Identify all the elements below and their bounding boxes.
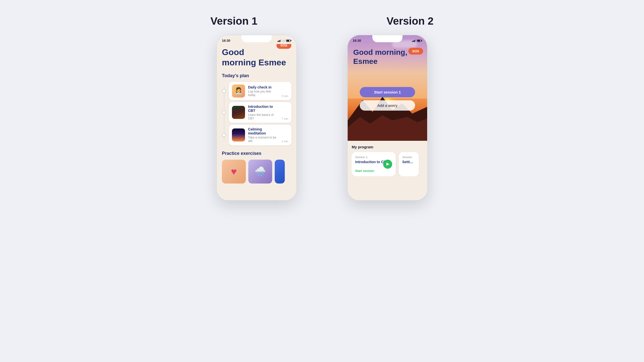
battery-icon-v2 [417,39,422,42]
session-label-1: Session 1: [355,156,392,159]
battery-icon-v1 [286,39,291,42]
plan-desc-meditation: Take a moment to be still [248,136,278,143]
plan-info-meditation: Calming meditation Take a moment to be s… [248,127,278,143]
time-v2: 16:30 [353,39,361,42]
phone-version2: 16:30 SOS [347,35,428,201]
plan-desc-cbt: Learn the basics of CBT [248,113,278,120]
greeting-v1: Good morning Esmee [222,47,291,68]
session-label-2: Session [402,156,415,159]
plan-name-daily: Daily check in [248,85,278,89]
exercise-blue[interactable] [275,160,285,184]
session-cards: Session 1: Introduction to CBT Start ses… [352,152,423,176]
play-button-1[interactable] [383,160,392,169]
program-section: My program Session 1: Introduction to CB… [348,141,427,180]
plan-item-daily[interactable]: 👩‍💼 Daily check in Log how you feel toda… [229,82,291,100]
version2-title: Version 2 [387,15,434,27]
wifi-icon-v1: □ [283,39,285,42]
plan-dot-3 [222,133,226,137]
phone-version1: 16:30 □ [216,35,297,201]
session-name-2: Setti… [402,160,415,164]
woman-icon: 🌧️ [255,166,266,177]
exercise-heart[interactable]: ♥ [222,160,246,184]
plan-item-meditation[interactable]: Calming meditation Take a moment to be s… [229,125,291,145]
heart-icon: ♥ [231,166,237,177]
thumb-meditation [232,128,245,142]
program-title: My program [352,145,423,149]
plan-time-daily: 3 min [281,95,288,98]
todays-plan-title: Today's plan [222,73,291,78]
version1-title: Version 1 [211,15,258,27]
plan-name-cbt: Introduction to CBT [248,105,278,113]
plan-desc-daily: Log how you feel today [248,90,278,97]
plan-dot-2 [222,110,226,114]
sos-button-v2[interactable]: SOS [408,48,423,55]
session-card-2[interactable]: Session Setti… [399,152,419,176]
exercises-title: Practice exercises [222,151,291,156]
thumb-daily: 👩‍💼 [232,84,245,98]
session-card-1[interactable]: Session 1: Introduction to CBT Start ses… [352,152,396,176]
plan-name-meditation: Calming meditation [248,127,278,135]
exercise-woman[interactable]: 🌧️ [248,160,272,184]
greeting-v2: Good morning, Esmee [353,48,407,66]
plan-dot-1 [222,89,226,93]
hero-image: 16:30 SOS [348,35,427,141]
plan-time-meditation: 2 min [281,140,288,143]
start-session-link-1[interactable]: Start session [355,169,392,173]
sos-button-v1[interactable]: SOS [276,44,291,49]
signal-icon-v1 [277,39,281,42]
plan-list: 👩‍💼 Daily check in Log how you feel toda… [229,82,291,145]
hero-buttons: Start session 1 Add a worry [360,87,415,111]
plan-item-cbt[interactable]: Introduction to CBT Learn the basics of … [229,102,291,123]
plan-time-cbt: 7 min [281,117,288,120]
status-bar-v2: 16:30 [348,35,427,44]
time-v1: 16:30 [222,39,230,42]
exercises-row: ♥ 🌧️ [222,160,291,184]
exercises-section: Practice exercises ♥ 🌧️ [222,151,291,184]
start-session-button[interactable]: Start session 1 [360,87,415,97]
plan-info-daily: Daily check in Log how you feel today [248,85,278,97]
plan-info-cbt: Introduction to CBT Learn the basics of … [248,105,278,120]
thumb-cbt [232,106,245,119]
status-bar-v1: 16:30 □ [217,35,296,44]
signal-icon-v2 [412,39,416,42]
add-worry-button[interactable]: Add a worry [360,100,415,111]
play-triangle-icon [386,163,389,166]
